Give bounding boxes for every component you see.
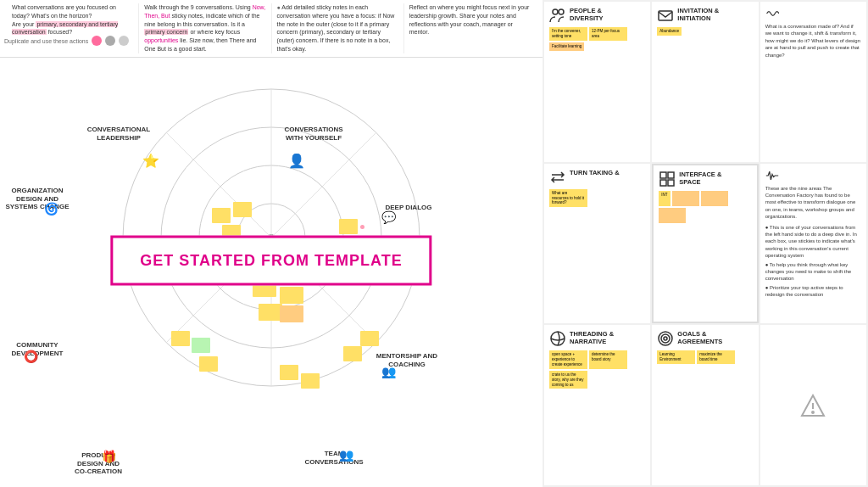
svg-point-39 bbox=[812, 411, 814, 413]
svg-rect-12 bbox=[171, 331, 190, 346]
icon-conv-leadership: ⭐ bbox=[142, 153, 159, 169]
sticky-interface-2 bbox=[672, 191, 699, 206]
svg-rect-29 bbox=[659, 11, 672, 20]
card-title-people: PEOPLE &DIVERSITY bbox=[570, 7, 604, 22]
grid-icon bbox=[659, 171, 676, 188]
card-content-interface: INT bbox=[659, 191, 751, 223]
svg-rect-22 bbox=[343, 346, 362, 361]
svg-rect-9 bbox=[212, 208, 231, 223]
sticky-goals-2: maximize the board time bbox=[697, 350, 735, 364]
svg-rect-25 bbox=[199, 356, 218, 372]
card-header-goals: GOALS &AGREEMENTS bbox=[657, 330, 753, 347]
card-title-threading: THREADING &NARRATIVE bbox=[570, 330, 614, 345]
top-question: What conversations are you focused on to… bbox=[12, 3, 133, 36]
circle-area: CONVERSATIONALLEADERSHIP CONVERSATIONSWI… bbox=[0, 34, 542, 487]
svg-rect-10 bbox=[233, 202, 252, 217]
svg-rect-24 bbox=[301, 373, 320, 389]
cta-overlay: GET STARTED FROM TEMPLATE bbox=[110, 236, 431, 286]
sticky-invitation-1: Abundance bbox=[657, 27, 682, 36]
card-threading: THREADING &NARRATIVE open space + experi… bbox=[544, 325, 650, 485]
thread-icon bbox=[549, 330, 566, 347]
target-icon bbox=[657, 330, 674, 347]
card-invitation: INVITATION &INITIATION Abundance bbox=[652, 2, 758, 162]
card-info-2: These are the nine areas The Conversatio… bbox=[760, 164, 866, 324]
card-interface-space: INTERFACE &SPACE INT bbox=[652, 164, 758, 324]
label-org-design: ORGANIZATIONDESIGN ANDSYSTEMS CHANGE bbox=[3, 187, 71, 211]
card-people-diversity: PEOPLE &DIVERSITY I'm the convener, sett… bbox=[544, 2, 650, 162]
label-conv-yourself: CONVERSATIONSWITH YOURSELF bbox=[280, 126, 348, 142]
svg-rect-15 bbox=[339, 219, 358, 234]
card-info-3 bbox=[760, 325, 866, 485]
svg-rect-16 bbox=[360, 225, 364, 229]
card-goals: GOALS &AGREEMENTS Learning Environment m… bbox=[652, 325, 758, 485]
label-conv-leadership: CONVERSATIONALLEADERSHIP bbox=[85, 126, 153, 142]
info-bullets: ● This is one of your conversations from… bbox=[765, 224, 861, 299]
card-header-invitation: INVITATION &INITIATION bbox=[657, 7, 753, 24]
card-title-goals: GOALS &AGREEMENTS bbox=[677, 330, 722, 345]
icon-conv-yourself: 👤 bbox=[288, 153, 305, 169]
info-text-2: These are the nine areas The Conversatio… bbox=[765, 185, 861, 221]
card-turn-taking: TURN TAKING & What are resources to hold… bbox=[544, 164, 650, 324]
svg-point-34 bbox=[551, 332, 565, 345]
left-panel: What conversations are you focused on to… bbox=[0, 0, 542, 487]
people-icon bbox=[549, 7, 566, 24]
svg-rect-30 bbox=[660, 172, 666, 178]
svg-rect-20 bbox=[280, 305, 303, 322]
right-panel: PEOPLE &DIVERSITY I'm the convener, sett… bbox=[542, 0, 868, 487]
arrows-icon bbox=[549, 169, 566, 186]
svg-point-36 bbox=[661, 334, 670, 343]
card-header-interface: INTERFACE &SPACE bbox=[659, 171, 751, 188]
warning-icon bbox=[800, 393, 826, 418]
icon-product: 🎁 bbox=[102, 450, 116, 463]
icon-mentorship: 👥 bbox=[381, 365, 396, 378]
envelope-icon bbox=[657, 7, 674, 24]
icon-team: 👥 bbox=[339, 448, 353, 462]
icon-org: 🌀 bbox=[44, 202, 58, 216]
info-text-1: What is a conversation made of? And if w… bbox=[765, 23, 861, 59]
sticky-threading-1: open space + experience to create experi… bbox=[549, 350, 587, 369]
svg-point-37 bbox=[664, 337, 667, 340]
icon-deep-dialog: 💬 bbox=[381, 210, 396, 224]
ekg-icon bbox=[765, 169, 779, 182]
card-content-goals: Learning Environment maximize the board … bbox=[657, 350, 753, 364]
icon-community: ⭕ bbox=[24, 350, 38, 363]
instruction-text-3: Reflect on where you might focus next in… bbox=[409, 3, 531, 36]
card-content-turn: What are resources to hold it forward? bbox=[549, 189, 645, 208]
card-content-threading: open space + experience to create experi… bbox=[549, 350, 645, 389]
card-title-invitation: INVITATION &INITIATION bbox=[677, 7, 719, 22]
sticky-threading-3: crate to us the story, why are they comi… bbox=[549, 371, 587, 389]
card-header-people: PEOPLE &DIVERSITY bbox=[549, 7, 645, 24]
card-content-people: I'm the convener, setting tone 12-PM per… bbox=[549, 27, 645, 51]
svg-rect-33 bbox=[668, 180, 674, 186]
wave-icon bbox=[765, 7, 779, 20]
sticky-people-1: I'm the convener, setting tone bbox=[549, 27, 587, 41]
sticky-interface-3 bbox=[701, 191, 728, 206]
label-team-conv: TEAMCONVERSATIONS bbox=[300, 450, 368, 466]
sticky-people-3: Facilitate learning bbox=[549, 42, 584, 51]
card-header-info2 bbox=[765, 169, 861, 182]
card-title-turn: TURN TAKING & bbox=[570, 169, 620, 176]
sticky-people-2: 12-PM per focus area bbox=[589, 27, 627, 41]
svg-point-27 bbox=[553, 9, 558, 14]
svg-rect-13 bbox=[192, 338, 210, 353]
card-header-info1 bbox=[765, 7, 861, 20]
svg-rect-23 bbox=[280, 365, 298, 380]
sticky-goals-1: Learning Environment bbox=[657, 350, 695, 364]
card-content-invitation: Abundance bbox=[657, 27, 753, 36]
sticky-interface-1: INT bbox=[659, 191, 670, 206]
svg-rect-31 bbox=[668, 172, 674, 178]
svg-rect-21 bbox=[360, 331, 379, 346]
svg-rect-19 bbox=[259, 304, 282, 321]
label-product-design: PRODUCTDESIGN ANDCO-CREATION bbox=[64, 451, 132, 476]
sticky-interface-4 bbox=[659, 208, 686, 223]
svg-point-28 bbox=[559, 9, 564, 14]
sticky-threading-2: determine the board story bbox=[589, 350, 627, 369]
card-header-turn: TURN TAKING & bbox=[549, 169, 645, 186]
get-started-button[interactable]: GET STARTED FROM TEMPLATE bbox=[110, 236, 431, 286]
svg-rect-18 bbox=[280, 287, 303, 304]
card-title-interface: INTERFACE &SPACE bbox=[679, 171, 721, 186]
sticky-turn-1: What are resources to hold it forward? bbox=[549, 189, 587, 208]
card-header-threading: THREADING &NARRATIVE bbox=[549, 330, 645, 347]
card-info-1: What is a conversation made of? And if w… bbox=[760, 2, 866, 162]
svg-rect-32 bbox=[660, 180, 666, 186]
